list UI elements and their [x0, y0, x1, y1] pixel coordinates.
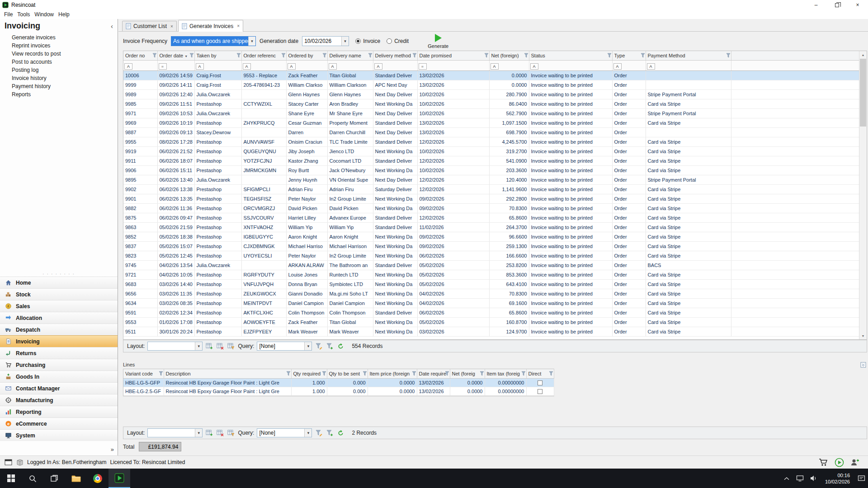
- save-layout-icon[interactable]: [205, 342, 213, 350]
- column-header-order-date[interactable]: Order date ▼: [157, 51, 194, 60]
- table-row[interactable]: 987506/02/26 09:47PrestashopSSJVCOURVHar…: [123, 213, 867, 222]
- filter-type-icon[interactable]: A: [288, 63, 296, 70]
- table-row[interactable]: 990606/02/26 15:11PrestashopJMRMCKGMNRoy…: [123, 165, 867, 175]
- column-header-delivery-method[interactable]: Delivery method: [373, 51, 417, 60]
- filter-funnel-icon[interactable]: [524, 53, 528, 59]
- filter-funnel-icon[interactable]: [286, 371, 291, 377]
- action-center-icon[interactable]: [854, 475, 868, 482]
- sidebar-module-ecommerce[interactable]: eeCommerce: [0, 418, 118, 429]
- filter-funnel-icon[interactable]: [480, 371, 484, 377]
- maximize-button[interactable]: [826, 0, 847, 10]
- column-header-qty-to-be-sent[interactable]: Qty to be sent: [327, 369, 368, 378]
- filter-funnel-icon[interactable]: [236, 53, 241, 59]
- sidebar-expand-icon[interactable]: »: [111, 446, 114, 453]
- column-header-direct[interactable]: Direct: [526, 369, 554, 378]
- layout-filter-icon[interactable]: [227, 342, 235, 350]
- table-row[interactable]: 988709/02/26 09:13Stacey.DewrowDarrenDar…: [123, 127, 867, 137]
- close-icon[interactable]: ×: [237, 23, 240, 28]
- taskbar-clock[interactable]: 00:16 10/02/2026: [821, 472, 854, 485]
- edit-query-icon[interactable]: [315, 342, 323, 350]
- invoice-frequency-select[interactable]: As and when goods are shipped ▾: [171, 36, 256, 46]
- filter-funnel-icon[interactable]: [281, 53, 286, 59]
- package-icon[interactable]: [16, 459, 24, 466]
- filter-cell[interactable]: A: [286, 60, 327, 70]
- table-row[interactable]: 959102/02/26 12:34PrestashopAKTFCLXHCCol…: [123, 308, 867, 317]
- filter-funnel-icon[interactable]: [152, 53, 157, 59]
- close-button[interactable]: ×: [847, 0, 868, 10]
- sidebar-module-returns[interactable]: Returns: [0, 347, 118, 359]
- checkbox[interactable]: [538, 389, 542, 394]
- sidebar-item-reprint-invoices[interactable]: Reprint invoices: [0, 42, 118, 50]
- filter-type-icon[interactable]: A: [124, 63, 132, 70]
- scrollbar-thumb[interactable]: [860, 59, 866, 127]
- filter-funnel-icon[interactable]: [322, 371, 326, 377]
- expand-lines-icon[interactable]: [859, 361, 867, 369]
- refresh-icon[interactable]: [336, 342, 344, 350]
- checkbox[interactable]: [538, 380, 542, 385]
- add-user-icon[interactable]: [850, 458, 860, 467]
- table-row[interactable]: 983705/02/26 15:07PrestashopCJXDBMNGKMic…: [123, 241, 867, 251]
- refresh-icon[interactable]: [336, 429, 344, 437]
- credit-radio[interactable]: Credit: [387, 38, 409, 44]
- chevron-down-icon[interactable]: ▾: [304, 429, 311, 437]
- column-header-item-price-foreign[interactable]: Item price (foreign: [368, 369, 417, 378]
- sidebar-module-home[interactable]: Home: [0, 277, 118, 288]
- table-row[interactable]: 982305/02/26 12:45PrestashopUYOYECSLIPet…: [123, 251, 867, 260]
- task-view-icon[interactable]: [43, 469, 65, 488]
- column-header-date-promised[interactable]: Date promised: [417, 51, 489, 60]
- sidebar-item-invoice-history[interactable]: Invoice history: [0, 74, 118, 82]
- network-icon[interactable]: [793, 475, 807, 482]
- table-row[interactable]: 999909/02/26 14:11Craig.Frost205-4786941…: [123, 80, 867, 89]
- tray-chevron-up-icon[interactable]: [780, 477, 793, 480]
- filter-cell[interactable]: A: [194, 60, 241, 70]
- column-header-item-tax-foreig[interactable]: Item tax (foreig: [485, 369, 526, 378]
- sidebar-item-generate-invoices[interactable]: Generate invoices: [0, 33, 118, 42]
- table-row[interactable]: 974504/02/26 13:54Julia.OwczarekARKAN AL…: [123, 260, 867, 270]
- add-query-icon[interactable]: [326, 429, 334, 437]
- filter-type-icon[interactable]: A: [530, 63, 538, 70]
- tab-customer-list[interactable]: Customer List×: [122, 21, 177, 31]
- start-button[interactable]: [0, 469, 22, 488]
- chrome-icon[interactable]: [87, 469, 108, 488]
- table-row[interactable]: 990206/02/26 13:38PrestashopSFIGMPCLIAdr…: [123, 184, 867, 194]
- chevron-down-icon[interactable]: ▾: [195, 342, 202, 350]
- filter-funnel-icon[interactable]: [368, 53, 373, 59]
- table-row[interactable]: 998509/02/26 11:51PrestashopCCTYWZIXLSta…: [123, 99, 867, 108]
- sidebar-item-post-to-accounts[interactable]: Post to accounts: [0, 58, 118, 66]
- table-row[interactable]: 995508/02/26 17:28PrestashopAUNVVAWSFOni…: [123, 137, 867, 146]
- filter-cell[interactable]: A: [646, 60, 731, 70]
- filter-funnel-icon[interactable]: [726, 53, 731, 59]
- table-row[interactable]: 1000609/02/26 14:59Craig.Frost9553 - Rep…: [123, 70, 867, 80]
- column-header-description[interactable]: Description: [164, 369, 291, 378]
- filter-cell[interactable]: A: [241, 60, 286, 70]
- minimize-button[interactable]: –: [806, 0, 826, 10]
- edit-query-icon[interactable]: [315, 429, 323, 437]
- resincoat-app-icon[interactable]: [108, 469, 130, 488]
- scroll-up-icon[interactable]: ▲: [859, 51, 867, 58]
- table-row[interactable]: 996909/02/26 10:19PrestashopZHYKPRUCQCes…: [123, 118, 867, 127]
- filter-funnel-icon[interactable]: [445, 371, 449, 377]
- column-header-delivery-name[interactable]: Delivery name: [327, 51, 373, 60]
- table-row[interactable]: 968303/02/26 14:40PrestashopVNFUJVPQHDon…: [123, 279, 867, 289]
- menu-item-tools[interactable]: Tools: [15, 11, 32, 18]
- filter-cell[interactable]: A: [373, 60, 417, 70]
- layout-select[interactable]: ▾: [147, 428, 203, 437]
- add-query-icon[interactable]: [326, 342, 334, 350]
- table-row[interactable]: 990106/02/26 13:35PrestashopTEGHSFISZPet…: [123, 194, 867, 203]
- table-row[interactable]: 951130/01/26 20:24PrestashopEJZFPYEEYMar…: [123, 327, 867, 336]
- table-row[interactable]: 985205/02/26 18:38PrestashopIGBEUGYYCAar…: [123, 232, 867, 241]
- layout-select[interactable]: ▾: [147, 342, 203, 351]
- filter-funnel-icon[interactable]: [189, 53, 194, 59]
- sidebar-module-system[interactable]: System: [0, 429, 118, 441]
- sidebar-module-stock[interactable]: Stock: [0, 288, 118, 300]
- resume-icon[interactable]: [835, 458, 844, 467]
- table-row[interactable]: 998909/02/26 12:40Julia.OwczarekGlenn Ha…: [123, 89, 867, 99]
- filter-type-icon[interactable]: =: [419, 63, 427, 70]
- sidebar-module-goods-in[interactable]: Goods In: [0, 371, 118, 382]
- menu-item-file[interactable]: File: [2, 11, 15, 18]
- sidebar-module-despatch[interactable]: Despatch: [0, 324, 118, 335]
- filter-cell[interactable]: A: [327, 60, 373, 70]
- sidebar-module-purchasing[interactable]: Purchasing: [0, 359, 118, 371]
- filter-cell[interactable]: A: [489, 60, 529, 70]
- sidebar-module-allocation[interactable]: Allocation: [0, 312, 118, 324]
